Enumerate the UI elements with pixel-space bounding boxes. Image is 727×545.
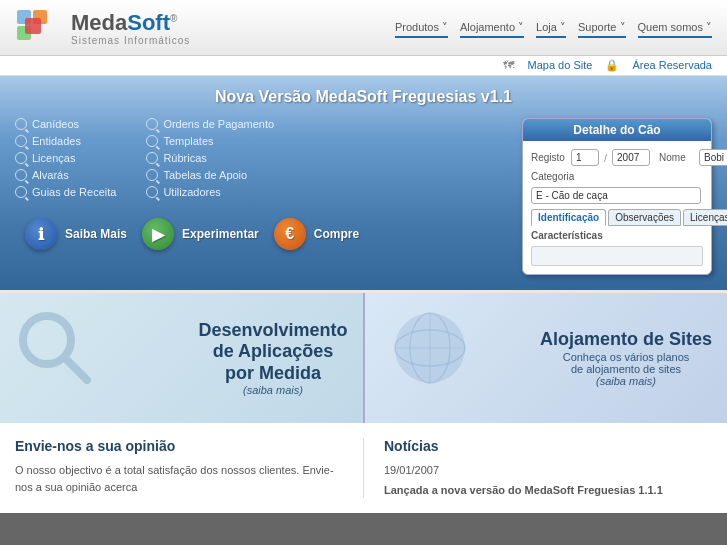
opinion-title: Envie-nos a sua opinião	[15, 438, 343, 454]
list-item[interactable]: Entidades	[15, 135, 116, 147]
nome-label: Nome	[659, 152, 694, 163]
nav-produtos[interactable]: Produtos ˅	[395, 21, 448, 38]
opinion-text: O nosso objectivo é a total satisfação d…	[15, 462, 343, 495]
logo-subtitle: Sistemas Informáticos	[71, 35, 190, 46]
categoria-value-row	[531, 187, 703, 204]
nav-alojamento[interactable]: Alojamento ˅	[460, 21, 524, 38]
registo-input1[interactable]	[571, 149, 599, 166]
news-date: 19/01/2007	[384, 462, 712, 479]
news-item[interactable]: Lançada a nova versão do MedaSoft Fregue…	[384, 482, 712, 499]
news-col: Notícias 19/01/2007 Lançada a nova versã…	[384, 438, 712, 498]
banner-columns: Canídeos Entidades Licenças Alvarás	[15, 118, 512, 203]
shop-icon: €	[274, 218, 306, 250]
promo-hosting-text: Alojamento de Sites Conheça os vários pl…	[540, 329, 712, 387]
list-item[interactable]: Rúbricas	[146, 152, 274, 164]
tab-observacoes[interactable]: Observações	[608, 209, 681, 226]
banner-left: Canídeos Entidades Licenças Alvarás	[15, 118, 522, 275]
opinion-col: Envie-nos a sua opinião O nosso objectiv…	[15, 438, 343, 498]
card-tabs: Identificação Observações Licenças	[531, 209, 703, 226]
banner-buttons: ℹ Saiba Mais ▶ Experimentar € Compre	[15, 218, 512, 250]
logo-soft: Soft	[127, 10, 170, 35]
experiment-icon: ▶	[142, 218, 174, 250]
list-item[interactable]: Licenças	[15, 152, 116, 164]
magnifier-decoration	[15, 308, 95, 391]
top-nav: Produtos ˅ Alojamento ˅ Loja ˅ Suporte ˅…	[395, 21, 712, 38]
svg-line-5	[65, 358, 87, 380]
promo-dev-saiba[interactable]: (saiba mais)	[198, 384, 347, 396]
promo-row: Desenvolvimento de Aplicações por Medida…	[0, 290, 727, 423]
mapa-link[interactable]: Mapa do Site	[528, 59, 593, 71]
lock-icon: 🔒	[605, 59, 619, 71]
search-icon	[15, 152, 27, 164]
nome-input[interactable]	[699, 149, 727, 166]
promo-dev[interactable]: Desenvolvimento de Aplicações por Medida…	[0, 293, 365, 423]
column-divider	[363, 438, 364, 498]
banner-content: Canídeos Entidades Licenças Alvarás	[15, 118, 712, 275]
dog-detail-card: Detalhe do Cão Registo / Nome Categoria	[522, 118, 712, 275]
promo-hosting[interactable]: Alojamento de Sites Conheça os vários pl…	[365, 293, 728, 423]
list-item[interactable]: Templates	[146, 135, 274, 147]
list-item[interactable]: Ordens de Pagamento	[146, 118, 274, 130]
search-icon	[146, 135, 158, 147]
saiba-mais-button[interactable]: ℹ Saiba Mais	[25, 218, 127, 250]
logo-icon	[15, 8, 63, 50]
search-icon	[146, 118, 158, 130]
registo-label: Registo	[531, 152, 566, 163]
search-icon	[15, 186, 27, 198]
area-reservada-link[interactable]: Área Reservada	[633, 59, 713, 71]
registo-sep: /	[604, 152, 607, 164]
logo-reg: ®	[170, 13, 177, 24]
banner-col2: Ordens de Pagamento Templates Rúbricas	[146, 118, 274, 203]
search-icon	[146, 152, 158, 164]
news-title: Notícias	[384, 438, 712, 454]
tab-identificacao[interactable]: Identificação	[531, 209, 606, 226]
banner-title: Nova Versão MedaSoft Freguesias v1.1	[15, 88, 712, 106]
caract-row: Características	[531, 230, 703, 241]
tab-licencas[interactable]: Licenças	[683, 209, 727, 226]
categoria-label: Categoria	[531, 171, 574, 182]
header: MedaSoft® Sistemas Informáticos Produtos…	[0, 0, 727, 56]
page-wrapper: MedaSoft® Sistemas Informáticos Produtos…	[0, 0, 727, 513]
info-icon: ℹ	[25, 218, 57, 250]
banner-col1: Canídeos Entidades Licenças Alvarás	[15, 118, 116, 203]
registo-row: Registo / Nome	[531, 149, 703, 166]
nav-suporte[interactable]: Suporte ˅	[578, 21, 626, 38]
categoria-row: Categoria	[531, 171, 703, 182]
logo-area: MedaSoft® Sistemas Informáticos	[15, 8, 190, 50]
categoria-input[interactable]	[531, 187, 701, 204]
search-icon	[146, 186, 158, 198]
list-item[interactable]: Utilizadores	[146, 186, 274, 198]
caract-label: Características	[531, 230, 603, 241]
globe-decoration	[385, 303, 475, 396]
dog-card-title: Detalhe do Cão	[523, 119, 711, 141]
bottom-section: Envie-nos a sua opinião O nosso objectiv…	[0, 423, 727, 513]
registo-input2[interactable]	[612, 149, 650, 166]
logo-meda: Meda	[71, 10, 127, 35]
nav-loja[interactable]: Loja ˅	[536, 21, 566, 38]
list-item[interactable]: Canídeos	[15, 118, 116, 130]
experimentar-button[interactable]: ▶ Experimentar	[142, 218, 259, 250]
caract-content	[531, 246, 703, 266]
util-bar: 🗺 Mapa do Site 🔒 Área Reservada	[0, 56, 727, 76]
nav-quemsomos[interactable]: Quem somos ˅	[638, 21, 712, 38]
blue-banner: Nova Versão MedaSoft Freguesias v1.1 Can…	[0, 76, 727, 290]
logo-text: MedaSoft® Sistemas Informáticos	[71, 12, 190, 46]
search-icon	[146, 169, 158, 181]
promo-dev-text: Desenvolvimento de Aplicações por Medida…	[198, 320, 347, 397]
compre-button[interactable]: € Compre	[274, 218, 359, 250]
list-item[interactable]: Alvarás	[15, 169, 116, 181]
search-icon	[15, 118, 27, 130]
list-item[interactable]: Tabelas de Apoio	[146, 169, 274, 181]
search-icon	[15, 169, 27, 181]
list-item[interactable]: Guias de Receita	[15, 186, 116, 198]
map-icon: 🗺	[503, 59, 514, 71]
search-icon	[15, 135, 27, 147]
promo-hosting-saiba[interactable]: (saiba mais)	[540, 375, 712, 387]
svg-rect-3	[25, 18, 41, 34]
